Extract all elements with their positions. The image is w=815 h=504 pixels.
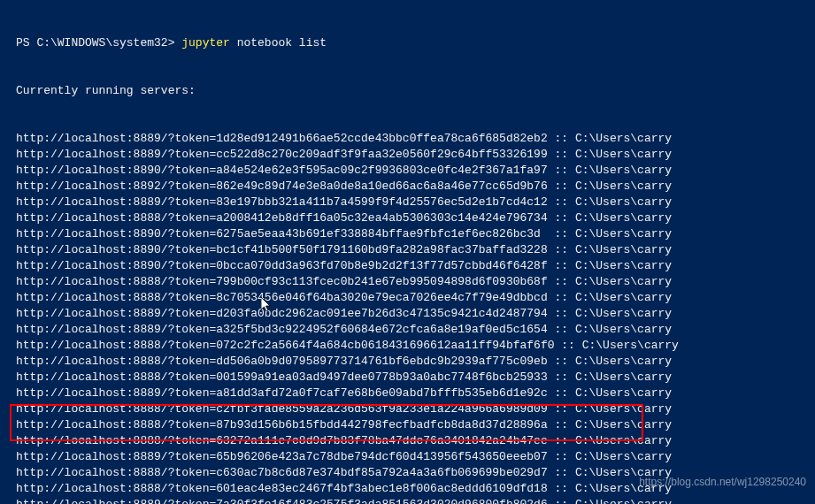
server-line: http://localhost:8889/?token=a81dd3afd72… <box>16 386 815 401</box>
server-line: http://localhost:8890/?token=0bcca070dd3… <box>16 258 815 274</box>
command-args: notebook list <box>230 36 327 50</box>
server-line: http://localhost:8889/?token=83e197bbb32… <box>16 195 815 210</box>
command-name: jupyter <box>181 36 230 50</box>
command-line: PS C:\WINDOWS\system32> jupyter notebook… <box>16 35 815 51</box>
server-line: http://localhost:8889/?token=a325f5bd3c9… <box>16 322 815 338</box>
server-line: http://localhost:8888/?token=c2fbf3fade8… <box>16 401 815 417</box>
server-line: http://localhost:8888/?token=87b93d156b6… <box>16 417 815 433</box>
server-line: http://localhost:8888/?token=072c2fc2a56… <box>16 338 815 354</box>
server-list: http://localhost:8889/?token=1d28ed91249… <box>16 131 815 504</box>
server-line: http://localhost:8890/?token=bc1cf41b500… <box>16 242 815 258</box>
watermark-text: https://blog.csdn.net/wj1298250240 <box>639 476 806 488</box>
server-line: http://localhost:8888/?token=dd506a0b9d0… <box>16 354 815 370</box>
prompt-prefix: PS C:\WINDOWS\system32> <box>16 36 181 50</box>
server-line: http://localhost:8889/?token=cc522d8c270… <box>16 147 815 163</box>
server-line: http://localhost:8889/?token=1d28ed91249… <box>16 131 815 147</box>
server-line: http://localhost:8889/?token=65b96206e42… <box>16 449 815 465</box>
output-header: Currently running servers: <box>16 83 815 99</box>
server-line: http://localhost:8889/?token=7a30f3fe16f… <box>16 497 815 504</box>
terminal-window[interactable]: PS C:\WINDOWS\system32> jupyter notebook… <box>0 0 815 504</box>
server-line: http://localhost:8892/?token=862e49c89d7… <box>16 179 815 195</box>
server-line: http://localhost:8888/?token=001599a91ea… <box>16 370 815 386</box>
server-line: http://localhost:8888/?token=a2008412eb8… <box>16 210 815 226</box>
server-line: http://localhost:8889/?token=d203fa0bdc2… <box>16 306 815 322</box>
server-line: http://localhost:8890/?token=6275ae5eaa4… <box>16 226 815 242</box>
server-line: http://localhost:8888/?token=8c7053456e0… <box>16 290 815 306</box>
server-line: http://localhost:8888/?token=63272a111e7… <box>16 433 815 449</box>
server-line: http://localhost:8888/?token=799b00cf93c… <box>16 274 815 290</box>
server-line: http://localhost:8890/?token=a84e524e62e… <box>16 163 815 179</box>
